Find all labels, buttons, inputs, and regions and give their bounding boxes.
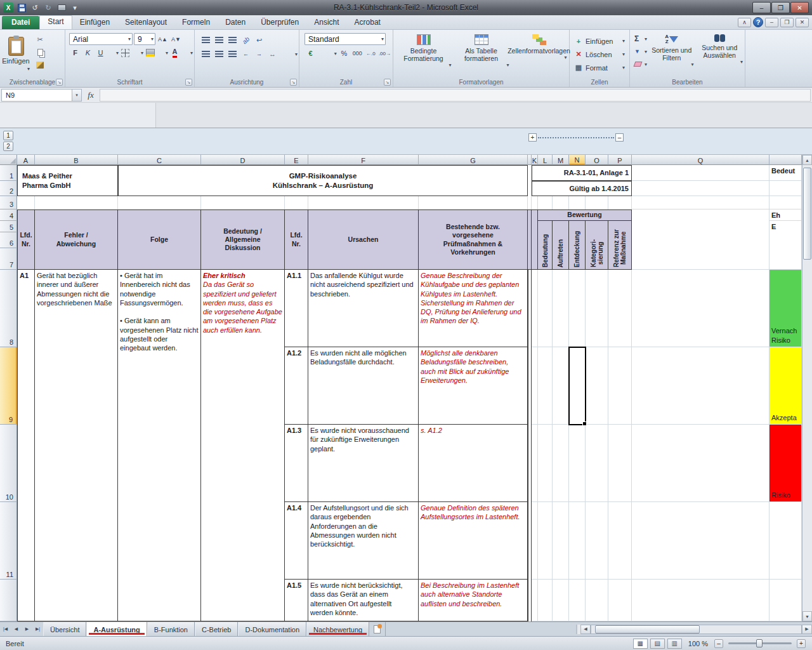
header-bewertung[interactable]: Bewertung xyxy=(538,209,632,221)
cell[interactable] xyxy=(553,502,569,580)
align-center-button[interactable] xyxy=(213,48,225,60)
cell[interactable] xyxy=(538,425,553,502)
merge-center-button[interactable]: ↔ xyxy=(266,48,278,60)
cell-a1-2-id[interactable]: A1.2 xyxy=(285,347,308,425)
cell-a1-1-id[interactable]: A1.1 xyxy=(285,270,308,347)
format-cells-button[interactable]: ▦Format▾ xyxy=(571,62,628,74)
accounting-format-button[interactable]: € xyxy=(304,48,317,59)
scroll-up-icon[interactable]: ▲ xyxy=(802,155,812,165)
header-bedeutung[interactable]: Bedeutung / Allgemeine Diskussion xyxy=(201,209,285,270)
column-header-f[interactable]: F xyxy=(308,155,419,165)
row-header-3[interactable]: 3 xyxy=(0,196,17,209)
cell-a1-3-ursache[interactable]: Es wurde nicht vorausschauend für zukünf… xyxy=(308,425,419,502)
redo-button[interactable]: ↻ xyxy=(43,3,54,13)
cell[interactable] xyxy=(632,425,769,502)
header-rot-entdeckung[interactable]: Entdeckung xyxy=(569,221,586,270)
cell[interactable] xyxy=(201,196,285,209)
restore-button[interactable]: ❐ xyxy=(771,2,790,13)
decrease-decimal-button[interactable]: .00→ xyxy=(378,48,391,59)
cell[interactable] xyxy=(285,196,308,209)
cell-valid-from[interactable]: Gültig ab 1.4.2015 xyxy=(532,181,632,196)
column-header-d[interactable]: D xyxy=(201,155,285,165)
cell[interactable] xyxy=(538,502,553,580)
outline-level-1-button[interactable]: 1 xyxy=(3,131,13,140)
tab-formeln[interactable]: Formeln xyxy=(174,16,218,29)
cell[interactable] xyxy=(608,425,632,502)
accounting-dropdown-icon[interactable]: ▾ xyxy=(332,51,337,56)
row-header-6[interactable]: 6 xyxy=(0,232,17,248)
row-header-11[interactable]: 11 xyxy=(0,502,17,580)
find-select-button[interactable]: Suchen und Auswählen ▾ xyxy=(696,31,743,77)
tab-ueberpruefen[interactable]: Überprüfen xyxy=(253,16,306,29)
minimize-button[interactable]: – xyxy=(752,2,771,13)
header-rot-auftreten[interactable]: Auftreten xyxy=(553,221,569,270)
select-all-corner[interactable] xyxy=(0,155,17,165)
cell[interactable] xyxy=(608,502,632,580)
dialog-launcher-icon[interactable]: ↘ xyxy=(185,79,192,86)
page-layout-view-button[interactable]: ▤ xyxy=(650,639,665,649)
horizontal-scrollbar[interactable]: ◀ ▶ xyxy=(576,622,812,636)
cell[interactable] xyxy=(586,502,608,580)
quick-print-button[interactable] xyxy=(56,3,67,13)
cell[interactable] xyxy=(586,196,608,209)
undo-button[interactable]: ↺ xyxy=(29,3,41,13)
workbook-restore-button[interactable]: ❐ xyxy=(780,18,794,27)
cell[interactable] xyxy=(769,181,802,196)
increase-indent-button[interactable]: → xyxy=(253,48,265,60)
cell-failure-bedeutung[interactable]: Eher kritisch Da das Gerät so spezifizie… xyxy=(201,270,285,621)
underline-dropdown-icon[interactable]: ▾ xyxy=(114,50,119,56)
cell[interactable] xyxy=(528,165,532,181)
cell-clipped-bedeutung[interactable]: Bedeut xyxy=(769,165,802,181)
decrease-indent-button[interactable]: ← xyxy=(240,48,252,60)
previous-sheet-button[interactable]: ◀ xyxy=(11,622,22,636)
cell[interactable] xyxy=(608,580,632,621)
italic-button[interactable]: K xyxy=(82,47,94,58)
next-sheet-button[interactable]: ▶ xyxy=(22,622,32,636)
cell-a1-4-ursache[interactable]: Der Aufstellungsort und die sich daraus … xyxy=(308,502,419,580)
copy-button[interactable] xyxy=(33,46,47,58)
horizontal-scroll-thumb[interactable] xyxy=(595,625,700,633)
cell-a1-1-ursache[interactable]: Das anfallende Kühlgut wurde nicht ausre… xyxy=(308,270,419,347)
zoom-slider-thumb[interactable] xyxy=(756,639,763,647)
cell-a1-5-ursache[interactable]: Es wurde nicht berücksichtigt, dass das … xyxy=(308,580,419,621)
cell[interactable] xyxy=(553,270,569,347)
cell[interactable] xyxy=(553,425,569,502)
cell[interactable] xyxy=(608,196,632,209)
page-break-view-button[interactable]: ▥ xyxy=(667,639,682,649)
borders-button[interactable] xyxy=(119,47,131,58)
cell[interactable] xyxy=(419,196,528,209)
font-color-dropdown-icon[interactable]: ▾ xyxy=(188,50,193,56)
align-right-button[interactable] xyxy=(226,48,239,60)
first-sheet-button[interactable]: |◀ xyxy=(0,622,11,636)
header-folge[interactable]: Folge xyxy=(118,209,201,270)
row-header-4[interactable]: 4 xyxy=(0,209,17,221)
header-lfd-nr-2[interactable]: Lfd. Nr. xyxy=(285,209,308,270)
insert-worksheet-tab[interactable] xyxy=(369,622,386,636)
align-bottom-button[interactable] xyxy=(226,34,239,46)
sheet-tab-uebersicht[interactable]: Übersicht xyxy=(43,622,86,636)
delete-cells-button[interactable]: ✕Löschen▾ xyxy=(571,48,628,61)
increase-decimal-button[interactable]: ←.0 xyxy=(365,48,377,59)
row-header-5[interactable]: 5 xyxy=(0,221,17,232)
zoom-level[interactable]: 100 % xyxy=(684,640,712,647)
formula-input[interactable] xyxy=(100,89,811,102)
sheet-tab-c-betrieb[interactable]: C-Betrieb xyxy=(195,622,238,636)
scroll-left-icon[interactable]: ◀ xyxy=(580,625,591,634)
workbook-minimize-button[interactable]: – xyxy=(765,18,778,27)
cell[interactable] xyxy=(538,196,553,209)
insert-function-icon[interactable]: fx xyxy=(82,90,100,100)
row-header-2[interactable]: 2 xyxy=(0,181,17,196)
cell[interactable] xyxy=(632,580,769,621)
cell[interactable] xyxy=(769,502,802,580)
cell[interactable] xyxy=(569,270,586,347)
sheet-tab-a-ausruestung[interactable]: A-Ausrüstung xyxy=(86,622,147,636)
outline-level-2-button[interactable]: 2 xyxy=(3,142,13,151)
fill-color-dropdown-icon[interactable]: ▾ xyxy=(164,50,168,56)
column-header-l[interactable]: L xyxy=(538,155,553,165)
name-box[interactable]: N9 xyxy=(1,89,72,102)
name-box-dropdown-icon[interactable]: ▾ xyxy=(72,89,82,102)
tab-einfuegen[interactable]: Einfügen xyxy=(72,16,117,29)
sort-filter-button[interactable]: AZ Sortieren und Filtern ▾ xyxy=(649,31,695,77)
header-rot-referenz[interactable]: Referenz zur Maßnahme xyxy=(608,221,632,270)
cell[interactable] xyxy=(532,196,538,209)
